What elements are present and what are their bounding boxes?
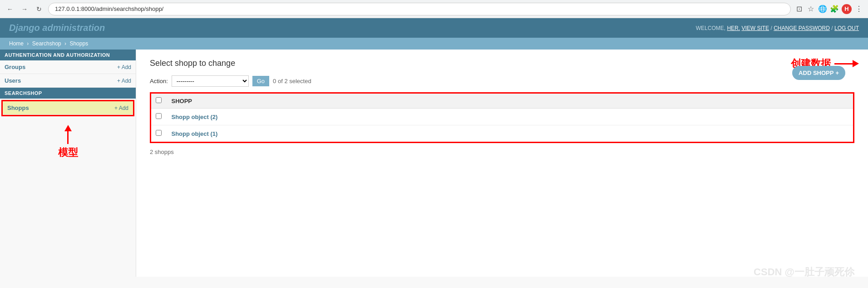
- groups-label: Groups: [5, 64, 25, 70]
- admin-header: Django administration WELCOME, HER. VIEW…: [0, 18, 868, 38]
- view-site-link[interactable]: VIEW SITE: [741, 25, 769, 31]
- shopps-add-link[interactable]: + Add: [114, 105, 128, 111]
- selected-count: 0 of 2 selected: [273, 78, 311, 84]
- user-info: WELCOME, HER. VIEW SITE / CHANGE PASSWOR…: [696, 25, 859, 31]
- logout-link[interactable]: LOG OUT: [834, 25, 859, 31]
- row-checkbox-0[interactable]: [156, 113, 162, 119]
- globe-icon[interactable]: 🌐: [818, 5, 827, 14]
- auth-section-title: AUTHENTICATION AND AUTHORIZATION: [0, 50, 136, 60]
- breadcrumb-current: Shopps: [69, 40, 88, 47]
- admin-title: Django administration: [9, 23, 105, 33]
- users-add-link[interactable]: + Add: [117, 78, 131, 84]
- sidebar-item-shopps[interactable]: Shopps + Add: [3, 101, 133, 115]
- content-area: 创建数据 ADD SHOPP + Select shopp to change …: [136, 50, 868, 277]
- sep1: /: [770, 25, 772, 31]
- sidebar: AUTHENTICATION AND AUTHORIZATION Groups …: [0, 50, 136, 277]
- star-icon[interactable]: ☆: [806, 5, 815, 14]
- table-header-shopp: SHOPP: [167, 93, 854, 109]
- menu-icon[interactable]: ⋮: [854, 5, 863, 14]
- action-go-btn[interactable]: Go: [252, 76, 269, 86]
- table-body: Shopp object (2) Shopp object (1): [151, 109, 854, 143]
- table-header-row: SHOPP: [151, 93, 854, 109]
- url-text: 127.0.0.1:8000/admin/searchshop/shopp/: [55, 5, 163, 12]
- model-annotation: 模型: [0, 118, 136, 159]
- table-row: Shopp object (1): [151, 125, 854, 143]
- action-select[interactable]: --------- Delete selected shopps: [172, 75, 249, 87]
- browser-bar: ← → ↻ 127.0.0.1:8000/admin/searchshop/sh…: [0, 0, 868, 18]
- breadcrumb-sep1: ›: [27, 40, 29, 47]
- arrow-up-icon: [64, 125, 72, 131]
- arrow-line: [67, 131, 69, 144]
- arrow-line-right: [834, 63, 853, 65]
- result-count: 2 shopps: [150, 149, 854, 155]
- forward-btn[interactable]: →: [19, 4, 30, 15]
- breadcrumb-home[interactable]: Home: [9, 40, 24, 47]
- username: HER.: [727, 25, 740, 31]
- sep2: /: [831, 25, 833, 31]
- shopps-box: Shopps + Add: [1, 100, 134, 116]
- action-label: Action:: [150, 78, 168, 84]
- top-right-section: 创建数据 ADD SHOPP +: [791, 57, 859, 73]
- model-label: 模型: [58, 146, 78, 159]
- sidebar-item-users[interactable]: Users + Add: [0, 74, 136, 88]
- add-shopp-label: ADD SHOPP: [799, 70, 833, 76]
- select-all-checkbox[interactable]: [156, 97, 162, 103]
- browser-icons: ⊡ ☆ 🌐 🧩 H ⋮: [794, 4, 863, 14]
- back-btn[interactable]: ←: [5, 4, 15, 15]
- table-row: Shopp object (2): [151, 109, 854, 125]
- users-label: Users: [5, 77, 21, 84]
- page-title: Select shopp to change: [150, 59, 854, 68]
- welcome-prefix: WELCOME,: [696, 25, 725, 31]
- add-shopp-icon: +: [835, 70, 839, 76]
- shopps-label: Shopps: [7, 104, 29, 111]
- breadcrumb: Home › Searchshop › Shopps: [0, 38, 868, 50]
- arrow-right-icon: [853, 60, 859, 67]
- screen-icon[interactable]: ⊡: [794, 5, 804, 14]
- searchshop-section-title: SEARCHSHOP: [0, 88, 136, 99]
- add-shopp-button[interactable]: ADD SHOPP +: [792, 66, 845, 80]
- action-bar: Action: --------- Delete selected shopps…: [150, 75, 854, 87]
- data-table: SHOPP Shopp object (2) Shopp object (1): [150, 92, 854, 143]
- puzzle-icon[interactable]: 🧩: [830, 5, 839, 14]
- groups-add-link[interactable]: + Add: [117, 64, 131, 70]
- row-checkbox-1[interactable]: [156, 130, 162, 136]
- row-link-1[interactable]: Shopp object (1): [172, 130, 218, 137]
- change-password-link[interactable]: CHANGE PASSWORD: [774, 25, 830, 31]
- main-layout: AUTHENTICATION AND AUTHORIZATION Groups …: [0, 50, 868, 277]
- row-link-0[interactable]: Shopp object (2): [172, 114, 218, 120]
- sidebar-item-groups[interactable]: Groups + Add: [0, 60, 136, 74]
- breadcrumb-searchshop[interactable]: Searchshop: [32, 40, 61, 47]
- user-avatar-icon[interactable]: H: [842, 4, 852, 14]
- breadcrumb-sep2: ›: [64, 40, 66, 47]
- reload-btn[interactable]: ↻: [34, 4, 44, 15]
- address-bar[interactable]: 127.0.0.1:8000/admin/searchshop/shopp/: [48, 3, 791, 15]
